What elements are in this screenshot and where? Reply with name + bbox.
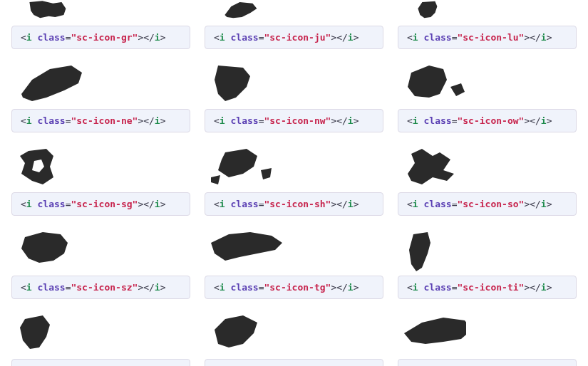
bracket: > [547, 282, 552, 293]
icon-item: <i class="sc-icon-vd"></i> [205, 308, 383, 366]
attr-name: class [423, 282, 451, 293]
bracket: < [407, 115, 413, 126]
tag-name: i [155, 199, 160, 209]
attr-name: class [37, 115, 65, 126]
canton-sz-icon [11, 224, 190, 276]
code-snippet: <i class="sc-icon-sg"></i> [11, 192, 190, 216]
canton-vd-icon [205, 308, 383, 359]
bracket: </ [336, 199, 348, 209]
attr-value: "sc-icon-tg" [264, 282, 331, 293]
canton-ur-icon [11, 308, 190, 359]
bracket: > [160, 199, 166, 209]
icon-item: <i class="sc-icon-so"></i> [398, 141, 577, 216]
icon-item: <i class="sc-icon-ti"></i> [398, 224, 577, 299]
attr-name: class [423, 32, 451, 43]
attr-name: class [37, 199, 65, 209]
tag-name: i [26, 282, 32, 293]
canton-tg-icon [205, 224, 383, 276]
tag-name: i [155, 282, 160, 293]
icon-item: <i class="sc-icon-ur"></i> [11, 308, 190, 366]
code-snippet: <i class="sc-icon-ur"></i> [11, 359, 190, 366]
tag-name: i [26, 115, 32, 126]
icon-item: <i class="sc-icon-nw"></i> [205, 58, 383, 132]
tag-name: i [541, 199, 547, 209]
tag-name: i [348, 115, 354, 126]
code-snippet: <i class="sc-icon-nw"></i> [205, 109, 383, 132]
icon-item: <i class="sc-icon-vs"></i> [398, 308, 577, 366]
attr-name: class [230, 282, 258, 293]
tag-name: i [413, 199, 418, 209]
attr-name: class [230, 199, 258, 209]
attr-value: "sc-icon-ow" [457, 115, 524, 126]
code-snippet: <i class="sc-icon-so"></i> [398, 192, 577, 216]
attr-name: class [37, 282, 65, 293]
bracket: < [214, 199, 220, 209]
tag-name: i [220, 282, 225, 293]
tag-name: i [26, 32, 32, 43]
bracket: </ [143, 282, 155, 293]
code-snippet: <i class="sc-icon-vd"></i> [205, 359, 383, 366]
icon-item: <i class="sc-icon-ne"></i> [11, 58, 190, 132]
attr-value: "sc-icon-gr" [71, 32, 138, 43]
bracket: < [214, 282, 220, 293]
bracket: < [21, 282, 26, 293]
attr-name: class [230, 32, 258, 43]
attr-name: class [423, 115, 451, 126]
canton-sh-icon [205, 141, 383, 192]
bracket: </ [530, 32, 541, 43]
code-snippet: <i class="sc-icon-sh"></i> [205, 192, 383, 216]
canton-lu-icon [398, 0, 577, 26]
bracket: < [21, 199, 26, 209]
tag-name: i [541, 282, 547, 293]
bracket: </ [336, 32, 348, 43]
bracket: < [214, 115, 220, 126]
attr-value: "sc-icon-ti" [457, 282, 524, 293]
bracket: > [160, 32, 166, 43]
bracket: > [547, 32, 552, 43]
bracket: > [547, 115, 552, 126]
canton-ne-icon [11, 58, 190, 109]
attr-value: "sc-icon-sg" [71, 199, 138, 209]
bracket: < [407, 32, 413, 43]
tag-name: i [413, 282, 418, 293]
bracket: < [214, 32, 220, 43]
bracket: </ [143, 115, 155, 126]
code-snippet: <i class="sc-icon-ow"></i> [398, 109, 577, 132]
code-snippet: <i class="sc-icon-ti"></i> [398, 276, 577, 299]
bracket: > [354, 115, 359, 126]
attr-value: "sc-icon-nw" [264, 115, 331, 126]
bracket: > [160, 282, 166, 293]
attr-name: class [230, 115, 258, 126]
code-snippet: <i class="sc-icon-tg"></i> [205, 276, 383, 299]
bracket: </ [143, 32, 155, 43]
bracket: </ [336, 115, 348, 126]
canton-so-icon [398, 141, 577, 192]
bracket: < [21, 32, 26, 43]
code-snippet: <i class="sc-icon-ju"></i> [205, 26, 383, 49]
bracket: > [354, 199, 359, 209]
canton-ju-icon [205, 0, 383, 26]
icon-item: <i class="sc-icon-sz"></i> [11, 224, 190, 299]
tag-name: i [220, 199, 225, 209]
tag-name: i [348, 32, 354, 43]
tag-name: i [348, 199, 354, 209]
attr-value: "sc-icon-sh" [264, 199, 331, 209]
tag-name: i [155, 32, 160, 43]
icon-item: <i class="sc-icon-ow"></i> [398, 58, 577, 132]
icon-item: <i class="sc-icon-gr"></i> [11, 0, 190, 49]
attr-name: class [423, 199, 451, 209]
attr-name: class [37, 32, 65, 43]
attr-value: "sc-icon-lu" [457, 32, 524, 43]
attr-value: "sc-icon-ju" [264, 32, 331, 43]
attr-value: "sc-icon-so" [457, 199, 524, 209]
bracket: </ [336, 282, 348, 293]
tag-name: i [220, 115, 225, 126]
canton-gr-icon [11, 0, 190, 26]
tag-name: i [26, 199, 32, 209]
canton-ow-icon [398, 58, 577, 109]
icon-item: <i class="sc-icon-ju"></i> [205, 0, 383, 49]
tag-name: i [541, 32, 547, 43]
tag-name: i [541, 115, 547, 126]
icon-item: <i class="sc-icon-sh"></i> [205, 141, 383, 216]
canton-vs-icon [398, 308, 577, 359]
